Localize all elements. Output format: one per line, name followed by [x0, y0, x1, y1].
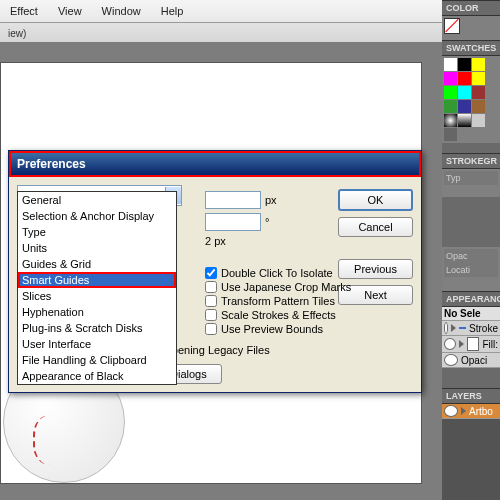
swatch[interactable]: [472, 86, 485, 99]
swatch[interactable]: [472, 100, 485, 113]
swatch[interactable]: [458, 86, 471, 99]
dropdown-item-slices[interactable]: Slices: [18, 288, 176, 304]
dropdown-item-black[interactable]: Appearance of Black: [18, 368, 176, 384]
swatch[interactable]: [444, 86, 457, 99]
menu-help[interactable]: Help: [151, 2, 194, 20]
jpcrop-label: Use Japanese Crop Marks: [221, 281, 351, 293]
dropdown-item-filehandling[interactable]: File Handling & Clipboard: [18, 352, 176, 368]
layers-panel-header[interactable]: LAYERS: [442, 388, 500, 404]
right-panels: COLOR SWATCHES STROKEGR Typ Opac Locati …: [442, 0, 500, 500]
stroke-panel-header[interactable]: STROKEGR: [442, 153, 500, 169]
eye-icon[interactable]: [444, 338, 456, 350]
dropdown-item-general[interactable]: General: [18, 192, 176, 208]
eye-icon[interactable]: [444, 322, 448, 334]
gradient-panel: Opac Locati: [442, 247, 500, 291]
dropdown-item-plugins[interactable]: Plug-ins & Scratch Disks: [18, 320, 176, 336]
transform-checkbox[interactable]: [205, 295, 217, 307]
swatch[interactable]: [458, 100, 471, 113]
swatch[interactable]: [444, 72, 457, 85]
type-label: Typ: [444, 171, 498, 185]
menu-bar: Effect View Window Help: [0, 0, 500, 23]
dblclick-label: Double Click To Isolate: [221, 267, 333, 279]
swatch[interactable]: [444, 128, 457, 141]
color-panel: [442, 16, 500, 40]
dropdown-item-selection[interactable]: Selection & Anchor Display: [18, 208, 176, 224]
category-dropdown-list[interactable]: General Selection & Anchor Display Type …: [17, 191, 177, 385]
menu-view[interactable]: View: [48, 2, 92, 20]
appearance-panel-header[interactable]: APPEARANCE: [442, 291, 500, 307]
corner-radius-input[interactable]: [205, 213, 261, 231]
swatch[interactable]: [472, 72, 485, 85]
stroke-panel: Typ: [442, 169, 500, 197]
swatch[interactable]: [444, 114, 457, 127]
dropdown-item-hyphenation[interactable]: Hyphenation: [18, 304, 176, 320]
dropdown-item-guides[interactable]: Guides & Grid: [18, 256, 176, 272]
stroke-preview: [459, 327, 466, 329]
location-label: Locati: [444, 263, 498, 277]
snap-label: 2 px: [205, 235, 226, 247]
swatch[interactable]: [472, 114, 485, 127]
menu-window[interactable]: Window: [92, 2, 151, 20]
previewbounds-checkbox[interactable]: [205, 323, 217, 335]
color-panel-header[interactable]: COLOR: [442, 0, 500, 16]
dropdown-item-smartguides[interactable]: Smart Guides: [18, 272, 176, 288]
dialog-title: Preferences: [9, 151, 421, 177]
menu-effect[interactable]: Effect: [0, 2, 48, 20]
fill-swatch[interactable]: [444, 18, 460, 34]
eye-icon[interactable]: [444, 354, 458, 366]
fill-preview: [467, 337, 479, 351]
swatch[interactable]: [458, 58, 471, 71]
dropdown-item-type[interactable]: Type: [18, 224, 176, 240]
fill-label: Fill:: [482, 339, 498, 350]
triangle-icon[interactable]: [461, 407, 466, 415]
previewbounds-label: Use Preview Bounds: [221, 323, 323, 335]
swatch[interactable]: [458, 72, 471, 85]
document-tab-bar: iew): [0, 23, 500, 44]
scale-checkbox[interactable]: [205, 309, 217, 321]
triangle-icon[interactable]: [451, 324, 456, 332]
swatch[interactable]: [458, 114, 471, 127]
layers-panel: Artbo: [442, 404, 500, 419]
dblclick-checkbox[interactable]: [205, 267, 217, 279]
stroke-label: Stroke: [469, 323, 498, 334]
swatch[interactable]: [444, 100, 457, 113]
document-tab[interactable]: iew): [2, 26, 32, 41]
swatches-panel: [442, 56, 500, 143]
unit-label: px: [265, 194, 277, 206]
triangle-icon[interactable]: [459, 340, 464, 348]
swatches-panel-header[interactable]: SWATCHES: [442, 40, 500, 56]
baseball-stitches: [33, 415, 75, 465]
no-selection-label: No Sele: [444, 308, 481, 319]
jpcrop-checkbox[interactable]: [205, 281, 217, 293]
dropdown-item-units[interactable]: Units: [18, 240, 176, 256]
appearance-panel: No Sele Stroke Fill: Opaci: [442, 307, 500, 368]
swatch[interactable]: [444, 58, 457, 71]
eye-icon[interactable]: [444, 405, 458, 417]
swatch[interactable]: [472, 58, 485, 71]
transform-label: Transform Pattern Tiles: [221, 295, 335, 307]
opacity-row-label: Opaci: [461, 355, 487, 366]
keyboard-increment-input[interactable]: [205, 191, 261, 209]
scale-label: Scale Strokes & Effects: [221, 309, 336, 321]
dropdown-item-ui[interactable]: User Interface: [18, 336, 176, 352]
layer-name[interactable]: Artbo: [469, 406, 493, 417]
opacity-label: Opac: [444, 249, 498, 263]
